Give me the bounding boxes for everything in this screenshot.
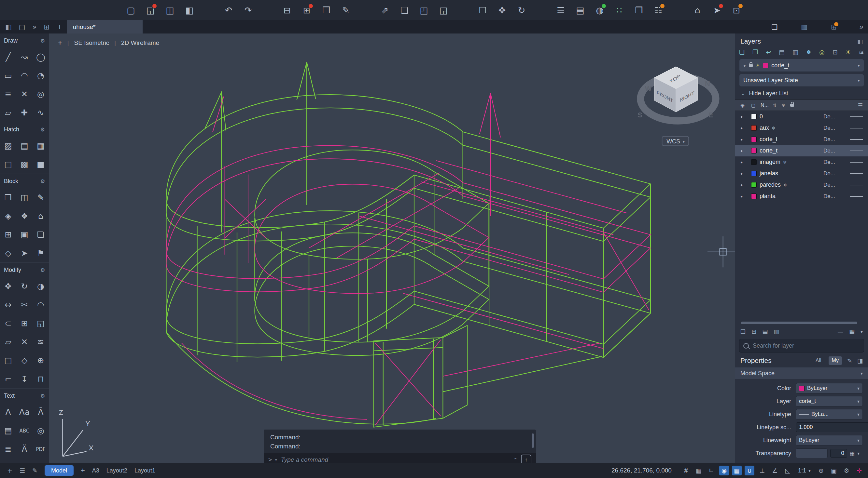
grid-icon[interactable]: #	[681, 466, 691, 475]
properties-palette-tab-icon[interactable]: ▥	[801, 23, 807, 31]
selection-window-icon[interactable]: ☐	[475, 3, 490, 17]
drawing-tab[interactable]: uhouse*	[67, 20, 143, 33]
pan-hand-icon[interactable]: ✥	[495, 3, 509, 17]
hatch-solid-icon[interactable]: ■	[33, 155, 49, 174]
text-spell-icon[interactable]: ABC	[16, 421, 33, 440]
block-base-icon[interactable]: ⌂	[33, 207, 49, 225]
eye-column-icon[interactable]: ◉	[740, 102, 748, 108]
modify-move-icon[interactable]: ✥	[0, 277, 16, 296]
property-value-lineweight[interactable]: ByLayer▾	[796, 435, 863, 445]
osnap-icon[interactable]: ◉	[719, 466, 729, 475]
modify-align-icon[interactable]: ⊓	[33, 370, 49, 388]
annotate-pen-icon[interactable]: ✎	[32, 467, 37, 474]
layer-color-swatch[interactable]	[751, 125, 757, 131]
layer-color-swatch[interactable]	[751, 159, 757, 165]
layer-on-icon[interactable]: ☀	[845, 48, 851, 56]
transparency-track[interactable]	[796, 448, 828, 458]
text-annotative-icon[interactable]: Ä	[16, 440, 33, 458]
ortho-icon[interactable]: ∟	[707, 466, 716, 475]
attach-xref-icon[interactable]: ◰	[417, 3, 431, 17]
layer-states-icon[interactable]: ❏	[740, 328, 746, 335]
layer-color-swatch[interactable]	[751, 194, 757, 199]
web-online-icon[interactable]: ◍	[593, 3, 607, 17]
freeze-column-icon[interactable]: ❄	[779, 103, 787, 108]
prompt-dropdown-icon[interactable]: ▾	[275, 458, 277, 462]
block-create-icon[interactable]: ◫	[16, 188, 33, 207]
layer-row[interactable]: ●paredes❄De...	[735, 179, 868, 191]
draw-ellipse-icon[interactable]: ◔	[33, 66, 49, 85]
transparency-grid-icon[interactable]: ▦	[850, 450, 855, 456]
text-table-icon[interactable]: ▤	[0, 421, 16, 440]
viewcube-north[interactable]: N	[705, 80, 710, 88]
hatch-grid-icon[interactable]: ▦	[33, 137, 49, 155]
modify-arc-icon[interactable]: ◠	[33, 296, 49, 314]
modify-break-icon[interactable]: ⌐	[0, 370, 16, 388]
settings-gear-icon[interactable]: ⚙	[842, 466, 851, 475]
orbit-icon[interactable]: ↻	[515, 3, 529, 17]
magnet-icon[interactable]: ∪	[745, 466, 754, 475]
float-window-icon[interactable]: ◧	[5, 23, 12, 31]
draw-xline-icon[interactable]: ✕	[16, 85, 33, 103]
text-style-icon[interactable]: Ā	[33, 403, 49, 421]
eye-icon[interactable]: ●	[740, 126, 748, 130]
layer-color-swatch[interactable]	[751, 137, 757, 142]
model-tab[interactable]: Model	[44, 465, 73, 476]
layer-lock-icon[interactable]: ⊡	[833, 48, 838, 56]
linetype-dropdown[interactable]: ByLa...▾	[796, 409, 863, 419]
layer-color-swatch[interactable]	[751, 182, 757, 187]
hatch-snap-icon[interactable]: ▦	[732, 466, 742, 475]
new-drawing-tab-icon[interactable]: +	[57, 23, 63, 31]
open-file-icon[interactable]: ◱	[143, 3, 158, 17]
clean-screen-icon[interactable]: ▣	[829, 466, 839, 475]
dock-properties-icon[interactable]: ◨	[857, 357, 863, 364]
insert-block-icon[interactable]: ❏	[397, 3, 411, 17]
modify-rotate-icon[interactable]: ↻	[16, 277, 33, 296]
text-pdf-icon[interactable]: PDF	[33, 440, 49, 458]
eye-icon[interactable]: ●	[740, 114, 748, 119]
modify-stretch-icon[interactable]: ↔	[0, 296, 16, 314]
layer-color-swatch[interactable]	[751, 148, 757, 153]
crosshair-plus-icon[interactable]: ⊕	[816, 466, 826, 475]
modify-scale-icon[interactable]: ◱	[33, 314, 49, 333]
start-tab-grid-icon[interactable]: ⊞	[44, 23, 50, 31]
new-drawing-icon[interactable]: ▢	[124, 3, 138, 17]
export-icon[interactable]: ⇗	[378, 3, 392, 17]
block-export-icon[interactable]: ➤	[16, 244, 33, 263]
block-edit-icon[interactable]: ✎	[33, 188, 49, 207]
text-single-icon[interactable]: A	[0, 403, 16, 421]
drawing-canvas[interactable]: W S E N TOP FRONT RIGHT WCS ▾ Z Y X	[49, 33, 735, 463]
gear-icon[interactable]: ⚙	[40, 393, 45, 399]
transparency-input[interactable]	[830, 449, 847, 458]
layer-row[interactable]: ●corte_tDe...	[735, 145, 868, 157]
color-column-icon[interactable]: ▢	[751, 103, 757, 108]
palettes-overview-tab-icon[interactable]: ⊞	[831, 23, 837, 31]
eye-icon[interactable]: ●	[740, 183, 748, 187]
tab-layout2[interactable]: Layout2	[106, 467, 127, 474]
undo-icon[interactable]: ↶	[221, 3, 236, 17]
color-dropdown[interactable]: ByLayer▾	[796, 383, 863, 394]
reference-doc-icon[interactable]: ❒	[632, 3, 646, 17]
layer-dropdown[interactable]: corte_t▾	[796, 396, 863, 406]
eye-icon[interactable]: ●	[740, 171, 748, 176]
list-menu-icon[interactable]: ☰	[858, 102, 863, 109]
snap-mode-icon[interactable]: ▦	[694, 466, 704, 475]
chevron-down-icon[interactable]: ▾	[861, 329, 863, 334]
layer-color-swatch[interactable]	[751, 114, 757, 120]
gear-icon[interactable]: ⚙	[40, 38, 45, 44]
gear-icon[interactable]: ⚙	[40, 267, 45, 273]
columns-menu-icon[interactable]: ▦	[849, 328, 855, 335]
save-as-icon[interactable]: ◧	[182, 3, 197, 17]
hatch-lines-icon[interactable]: ▤	[16, 137, 33, 155]
property-value-layer[interactable]: corte_t▾	[796, 397, 863, 406]
redo-icon[interactable]: ↷	[241, 3, 255, 17]
remove-filter-icon[interactable]: —	[837, 328, 843, 335]
draw-spline-icon[interactable]: ∿	[33, 103, 49, 122]
hide-layer-list-toggle[interactable]: ⌄ Hide Layer List	[741, 90, 862, 97]
draw-arc-icon[interactable]: ◠	[16, 66, 33, 85]
draw-donut-icon[interactable]: ◎	[33, 85, 49, 103]
hatch-boundary-icon[interactable]: □	[0, 155, 16, 174]
viewcube-west[interactable]: W	[645, 84, 652, 93]
tool-sets-icon[interactable]: ▤	[573, 3, 587, 17]
print-icon[interactable]: ⊟	[280, 3, 294, 17]
layer-row[interactable]: ●corte_lDe...	[735, 134, 868, 145]
